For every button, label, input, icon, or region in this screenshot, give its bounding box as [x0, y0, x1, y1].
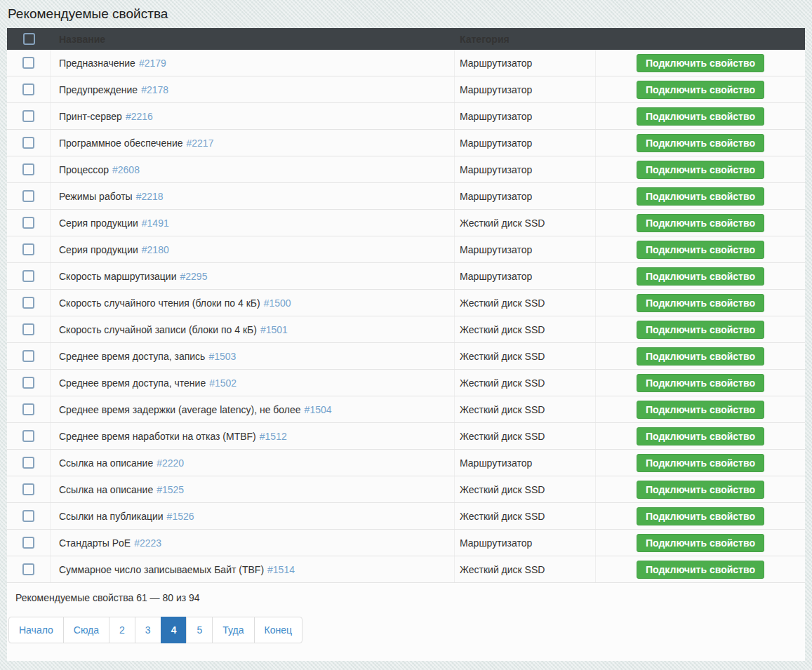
property-name: Среднее время доступа, запись: [59, 351, 205, 362]
row-checkbox[interactable]: [22, 323, 34, 335]
pagination-item[interactable]: Сюда: [63, 617, 109, 643]
attach-property-button[interactable]: Подключить свойство: [637, 321, 764, 339]
attach-property-button[interactable]: Подключить свойство: [637, 134, 764, 152]
property-name: Среднее время задержки (average latency)…: [59, 404, 301, 415]
attach-property-button[interactable]: Подключить свойство: [637, 454, 764, 472]
row-checkbox[interactable]: [22, 563, 34, 575]
property-id-link[interactable]: #2218: [136, 191, 164, 202]
row-checkbox[interactable]: [22, 110, 34, 122]
attach-property-button[interactable]: Подключить свойство: [637, 347, 764, 366]
attach-property-button[interactable]: Подключить свойство: [637, 107, 764, 126]
select-all-checkbox[interactable]: [23, 33, 35, 45]
attach-property-button[interactable]: Подключить свойство: [637, 561, 764, 579]
property-id-link[interactable]: #1491: [142, 217, 169, 229]
property-id-link[interactable]: #1504: [305, 404, 332, 415]
pagination-item[interactable]: 2: [109, 617, 135, 643]
attach-property-button[interactable]: Подключить свойство: [637, 161, 764, 179]
property-category: Маршрутизатор: [455, 156, 596, 182]
row-checkbox[interactable]: [22, 163, 34, 175]
property-action-cell: Подключить свойство: [596, 343, 805, 369]
row-checkbox[interactable]: [22, 350, 34, 362]
attach-property-button[interactable]: Подключить свойство: [637, 54, 764, 72]
attach-property-button[interactable]: Подключить свойство: [637, 187, 764, 206]
row-checkbox-cell: [7, 156, 51, 182]
row-checkbox[interactable]: [22, 403, 34, 415]
pagination-item[interactable]: Туда: [212, 617, 254, 643]
row-checkbox[interactable]: [22, 483, 34, 495]
row-checkbox[interactable]: [22, 137, 34, 149]
pagination-item[interactable]: 5: [186, 617, 213, 643]
content-panel: Название Категория Предназначение #2179 …: [7, 28, 805, 661]
table-row: Среднее время доступа, запись #1503 Жест…: [7, 343, 805, 370]
attach-property-button[interactable]: Подключить свойство: [637, 81, 764, 99]
row-checkbox[interactable]: [22, 83, 34, 95]
property-name: Программное обеспечение: [59, 138, 183, 149]
attach-property-button[interactable]: Подключить свойство: [637, 241, 764, 259]
attach-property-button[interactable]: Подключить свойство: [637, 427, 764, 445]
row-checkbox[interactable]: [22, 377, 34, 389]
property-category: Жесткий диск SSD: [455, 370, 596, 396]
property-category: Маршрутизатор: [455, 263, 596, 289]
table-row: Предназначение #2179 Маршрутизатор Подкл…: [7, 50, 805, 76]
table-row: Среднее время задержки (average latency)…: [7, 396, 805, 423]
row-checkbox-cell: [7, 236, 51, 262]
attach-property-button[interactable]: Подключить свойство: [637, 374, 764, 392]
property-id-link[interactable]: #2223: [134, 537, 161, 549]
property-action-cell: Подключить свойство: [596, 530, 805, 556]
row-checkbox[interactable]: [22, 270, 34, 282]
property-id-link[interactable]: #1526: [167, 511, 194, 522]
row-checkbox[interactable]: [22, 537, 34, 549]
attach-property-button[interactable]: Подключить свойство: [637, 507, 764, 525]
header-checkbox-cell: [7, 28, 51, 50]
property-name: Скорость случайного чтения (блоки по 4 к…: [59, 297, 260, 309]
property-id-link[interactable]: #1514: [267, 564, 295, 575]
row-checkbox[interactable]: [22, 217, 34, 229]
property-id-link[interactable]: #1525: [157, 484, 184, 495]
attach-property-button[interactable]: Подключить свойство: [637, 534, 764, 552]
attach-property-button[interactable]: Подключить свойство: [637, 401, 764, 419]
property-name: Серия продукции: [59, 217, 138, 229]
attach-property-button[interactable]: Подключить свойство: [637, 294, 764, 312]
property-id-link[interactable]: #1512: [260, 431, 287, 442]
row-checkbox[interactable]: [22, 57, 34, 69]
property-category: Жесткий диск SSD: [455, 290, 596, 316]
row-checkbox-cell: [7, 370, 51, 396]
table-row: Серия продукции #2180 Маршрутизатор Подк…: [7, 236, 805, 263]
property-action-cell: Подключить свойство: [596, 76, 805, 102]
property-name: Скорость случайной записи (блоки по 4 кБ…: [59, 324, 257, 335]
property-id-link[interactable]: #2180: [142, 244, 169, 255]
pagination-item[interactable]: Конец: [254, 617, 302, 643]
property-id-link[interactable]: #2295: [180, 271, 208, 282]
pagination-item[interactable]: Начало: [8, 617, 64, 643]
property-action-cell: Подключить свойство: [596, 103, 805, 129]
property-name-cell: Среднее время доступа, чтение #1502: [51, 370, 455, 396]
property-category: Жесткий диск SSD: [455, 210, 596, 236]
column-header-actions: [596, 28, 805, 50]
property-id-link[interactable]: #2217: [187, 138, 214, 149]
row-checkbox[interactable]: [22, 430, 34, 442]
pagination-item[interactable]: 3: [135, 617, 161, 643]
property-name-cell: Предназначение #2179: [51, 50, 455, 76]
attach-property-button[interactable]: Подключить свойство: [637, 267, 764, 286]
attach-property-button[interactable]: Подключить свойство: [637, 481, 764, 499]
property-id-link[interactable]: #1500: [264, 297, 291, 309]
row-checkbox[interactable]: [22, 243, 34, 255]
property-id-link[interactable]: #2179: [139, 58, 166, 69]
property-id-link[interactable]: #2608: [112, 164, 140, 175]
property-name: Ссылки на публикации: [59, 511, 164, 522]
property-id-link[interactable]: #2220: [157, 457, 184, 469]
row-checkbox-cell: [7, 183, 51, 209]
row-checkbox[interactable]: [22, 510, 34, 522]
row-checkbox[interactable]: [22, 190, 34, 202]
pagination-page-current[interactable]: 4: [161, 617, 187, 643]
property-id-link[interactable]: #2178: [141, 84, 168, 95]
row-checkbox[interactable]: [22, 457, 34, 469]
pagination: НачалоСюда2345ТудаКонец: [8, 617, 302, 643]
row-checkbox[interactable]: [22, 297, 34, 309]
property-id-link[interactable]: #2216: [126, 111, 153, 122]
property-id-link[interactable]: #1502: [209, 377, 237, 389]
attach-property-button[interactable]: Подключить свойство: [637, 214, 764, 232]
property-action-cell: Подключить свойство: [596, 476, 805, 502]
property-id-link[interactable]: #1503: [208, 351, 236, 362]
property-id-link[interactable]: #1501: [260, 324, 288, 335]
